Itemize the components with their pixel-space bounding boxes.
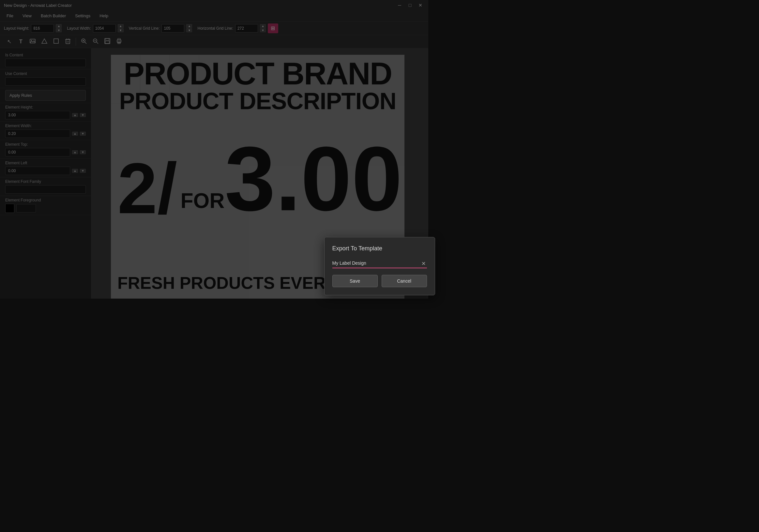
modal-buttons: Save Cancel [332, 275, 427, 287]
modal-cancel-button[interactable]: Cancel [381, 275, 427, 287]
modal-overlay[interactable]: Export To Template ✕ Save Cancel [0, 0, 428, 299]
template-name-input[interactable] [332, 258, 427, 268]
export-dialog: Export To Template ✕ Save Cancel [324, 237, 428, 295]
clear-input-button[interactable]: ✕ [420, 259, 427, 267]
modal-title: Export To Template [332, 245, 427, 252]
modal-save-button[interactable]: Save [332, 275, 378, 287]
modal-input-wrapper: ✕ [332, 258, 427, 268]
